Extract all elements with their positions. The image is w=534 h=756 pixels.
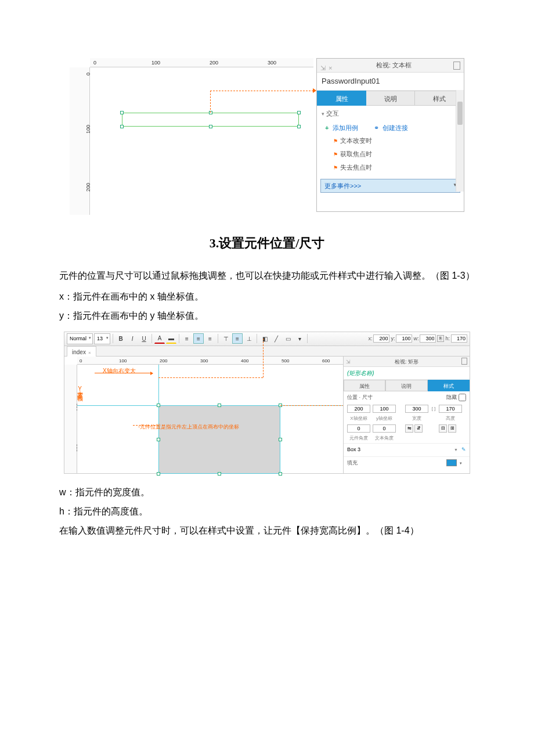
body-text: x：指元件在画布中的 x 轴坐标值。 xyxy=(59,289,493,304)
align-left-button[interactable]: ≡ xyxy=(182,333,192,344)
tick: 100 xyxy=(119,357,127,365)
field-label: 元件角度 xyxy=(347,434,370,442)
body-text: w：指元件的宽度值。 xyxy=(59,484,493,500)
event-item[interactable]: ⚑文本改变时 xyxy=(317,134,464,147)
selected-widget[interactable] xyxy=(122,113,299,127)
tab-style[interactable]: 样式 xyxy=(428,380,470,391)
fill-color-swatch[interactable] xyxy=(446,459,457,466)
event-item[interactable]: ⚑失去焦点时 xyxy=(317,161,464,174)
fill-button[interactable]: ◧ xyxy=(259,333,270,344)
canvas[interactable]: X轴向右变大 Y轴向下变大 ◦元件位置是指元件左上顶点在画布中的坐标 xyxy=(77,365,343,473)
event-item[interactable]: ⚑获取焦点时 xyxy=(317,147,464,161)
style-x-input[interactable] xyxy=(347,405,370,413)
style-y-input[interactable] xyxy=(373,405,396,413)
tick: 300 xyxy=(200,357,208,365)
h-input[interactable] xyxy=(451,334,467,343)
page-tab[interactable]: index× xyxy=(67,346,96,358)
valign-top-button[interactable]: ⊤ xyxy=(221,333,231,344)
style-select-row[interactable]: Box 3 ▼ ✎ xyxy=(344,443,470,456)
chevron-down-icon: ▼ xyxy=(454,447,458,453)
w-label: w: xyxy=(413,334,418,343)
page-icon[interactable] xyxy=(461,358,467,365)
tab-properties[interactable]: 属性 xyxy=(344,380,385,391)
plus-icon: + xyxy=(325,124,329,131)
fill-label: 填充 xyxy=(347,459,443,467)
line-button[interactable]: ╱ xyxy=(271,333,282,344)
panel-header: ⇲× 检视: 文本框 xyxy=(317,59,464,73)
widget-name-field[interactable]: (矩形名称) xyxy=(344,367,470,380)
align-icon[interactable]: ⊞ xyxy=(448,424,456,433)
toolbar: Normal 13 B I U A ▬ ≡ ≡ ≡ ⊤ ≡ ⊥ ◧ ╱ ▭ ▾ … xyxy=(64,332,470,346)
position-size-grid: [ ] X轴坐标 y轴坐标 宽度 高度 ⇋ ⇵ ⊟ ⊞ xyxy=(344,404,470,443)
flip-h-icon[interactable]: ⇋ xyxy=(405,424,413,433)
style-h-input[interactable] xyxy=(439,405,462,413)
field-label: 高度 xyxy=(439,415,462,423)
selected-rectangle[interactable] xyxy=(158,405,280,474)
valign-middle-button[interactable]: ≡ xyxy=(232,333,243,344)
body-text: y：指元件在画布中的 y 轴坐标值。 xyxy=(59,308,493,323)
text-color-button[interactable]: A xyxy=(154,333,165,344)
tick: 300 xyxy=(268,59,276,67)
underline-button[interactable]: U xyxy=(139,333,149,344)
lock-ratio-icon[interactable]: ⎘ xyxy=(437,335,444,342)
field-label: X轴坐标 xyxy=(347,415,370,423)
align-center-button[interactable]: ≡ xyxy=(193,333,204,344)
h-label: h: xyxy=(445,334,450,343)
flip-v-icon[interactable]: ⇵ xyxy=(414,424,423,433)
style-select[interactable]: Normal xyxy=(67,333,93,344)
border-button[interactable]: ▭ xyxy=(283,333,293,344)
italic-button[interactable]: I xyxy=(127,333,138,344)
fill-color-button[interactable]: ▬ xyxy=(166,333,176,344)
y-input[interactable] xyxy=(396,334,412,343)
field-label: y轴坐标 xyxy=(373,415,396,423)
annotation-text: Y轴向下变大 xyxy=(75,386,85,391)
lock-ratio-icon[interactable]: [ ] xyxy=(431,405,436,413)
text-rotation-input[interactable] xyxy=(373,424,396,433)
create-link-link[interactable]: 创建连接 xyxy=(383,124,408,131)
tab-notes[interactable]: 说明 xyxy=(385,380,427,391)
field-label: 文本角度 xyxy=(373,434,396,442)
annotation-line xyxy=(210,91,211,113)
widget-name-field[interactable]: PasswordInput01 xyxy=(317,73,464,91)
flag-icon: ⚑ xyxy=(333,138,338,144)
add-case-link[interactable]: 添加用例 xyxy=(333,124,358,131)
annotation-line xyxy=(133,425,158,426)
x-label: x: xyxy=(368,334,372,343)
hide-checkbox[interactable] xyxy=(459,394,466,401)
page-tabs: index× xyxy=(64,346,470,357)
body-text: h：指元件的高度值。 xyxy=(59,503,493,519)
position-inputs: x: y: w: ⎘ h: xyxy=(368,334,467,343)
canvas[interactable] xyxy=(90,67,313,215)
edit-icon[interactable]: ✎ xyxy=(461,445,466,454)
ruler-horizontal: 0 100 200 300 400 500 600 xyxy=(77,357,343,365)
close-icon[interactable]: × xyxy=(329,63,334,69)
tick: 500 xyxy=(282,357,289,365)
y-label: y: xyxy=(391,334,395,343)
scrollbar[interactable] xyxy=(456,90,464,192)
close-icon[interactable]: × xyxy=(88,350,91,355)
pin-icon[interactable]: ⇲ xyxy=(346,357,351,367)
w-input[interactable] xyxy=(420,334,436,343)
section-interaction[interactable]: 交互 xyxy=(317,106,464,121)
pin-icon[interactable]: ⇲ xyxy=(320,63,326,69)
flag-icon: ⚑ xyxy=(333,165,338,171)
annotation-line xyxy=(210,91,313,91)
tab-properties[interactable]: 属性 xyxy=(317,91,366,106)
more-events-dropdown[interactable]: 更多事件>>> ▼ xyxy=(320,179,460,193)
link-icon: ⚭ xyxy=(374,124,379,131)
font-size-select[interactable]: 13 xyxy=(94,333,110,344)
rotation-input[interactable] xyxy=(347,424,370,433)
more-button[interactable]: ▾ xyxy=(294,333,305,344)
align-right-button[interactable]: ≡ xyxy=(205,333,215,344)
bold-button[interactable]: B xyxy=(116,333,126,344)
page-icon[interactable] xyxy=(453,62,460,70)
inspector-panel: ⇲× 检视: 文本框 PasswordInput01 属性 说明 样式 交互 +… xyxy=(316,58,464,212)
align-icon[interactable]: ⊟ xyxy=(439,424,447,433)
valign-bottom-button[interactable]: ⊥ xyxy=(244,333,254,344)
x-input[interactable] xyxy=(373,334,389,343)
figure-1: 0 100 200 300 0 100 200 xyxy=(70,58,464,215)
style-w-input[interactable] xyxy=(405,405,428,413)
tab-notes[interactable]: 说明 xyxy=(366,91,415,106)
inspector-panel-2: ⇲ 检视: 矩形 (矩形名称) 属性 说明 样式 位置 · 尺寸 隐藏 [ ] xyxy=(343,357,470,473)
tick: 0 xyxy=(80,357,82,365)
